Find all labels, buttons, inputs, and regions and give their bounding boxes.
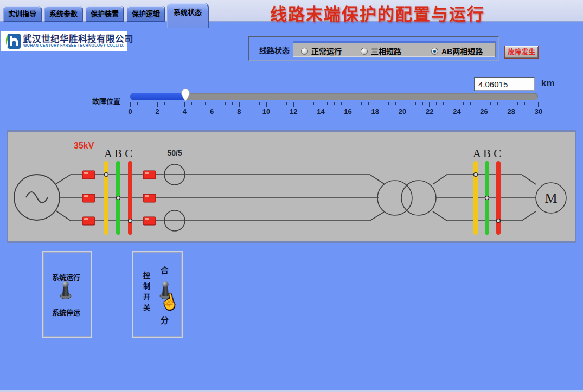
single-line-diagram: M 35kV A B C 50/5 A B C	[8, 132, 575, 241]
close-position-label: 合	[161, 264, 169, 275]
hand-cursor-icon: ☝	[158, 291, 180, 312]
phase-lines	[55, 175, 536, 221]
tab-protection-logic[interactable]: 保护逻辑	[127, 6, 165, 22]
radio-label: 正常运行	[311, 46, 342, 56]
farsee-logo-icon	[3, 33, 22, 50]
tab-system-status[interactable]: 系统状态	[167, 3, 208, 28]
line-status-label: 线路状态	[259, 44, 290, 55]
radio-ab-two-phase-short[interactable]: AB两相短路	[431, 46, 483, 56]
company-logo: 武汉世纪华胜科技有限公司 WUHAN CENTURY FARSEE TECHNO…	[1, 31, 127, 51]
radio-icon[interactable]	[361, 48, 368, 55]
system-run-switch-panel: 系统运行 系统停运	[42, 251, 92, 338]
tick-label: 4	[183, 107, 187, 115]
motor-label: M	[544, 190, 557, 206]
line-status-radio-panel: 正常运行 三相短路 AB两相短路	[293, 41, 496, 57]
radio-normal-operation[interactable]: 正常运行	[301, 46, 342, 56]
distance-unit-label: km	[541, 78, 555, 89]
tick-label: 28	[508, 107, 515, 115]
load-bus-label: A B C	[473, 147, 502, 160]
company-name-en: WUHAN CENTURY FARSEE TECHNOLOGY CO.,LTD.	[23, 43, 124, 47]
tick-label: 30	[535, 107, 542, 115]
fault-position-label: 故障位置	[92, 95, 120, 106]
page-title: 线路末端保护的配置与运行	[270, 1, 485, 25]
slider-tick-labels: 0 2 4 6 8 10 12 14 16 18 20 22 24 26 28 …	[130, 107, 539, 116]
radio-icon[interactable]	[301, 48, 308, 55]
slider-thumb[interactable]	[181, 88, 190, 102]
bottom-edge-strip	[0, 390, 583, 392]
tick-label: 26	[480, 107, 488, 115]
slider-fill	[130, 93, 185, 100]
tick-label: 0	[128, 107, 132, 115]
tick-label: 22	[426, 107, 433, 115]
source-bus-label: A B C	[104, 147, 133, 160]
tick-label: 8	[237, 107, 241, 115]
transformer-symbol	[377, 181, 436, 215]
control-switch-label: 控制开关	[141, 272, 151, 315]
tab-system-params[interactable]: 系统参数	[44, 6, 82, 22]
system-stop-label: 系统停运	[52, 307, 80, 317]
radio-three-phase-short[interactable]: 三相短路	[361, 46, 401, 56]
open-position-label: 分	[161, 314, 169, 325]
fault-occur-button[interactable]: 故障发生	[504, 46, 539, 59]
tick-label: 2	[156, 107, 159, 115]
tick-label: 24	[453, 107, 460, 115]
control-switch-panel: 控制开关 合 ☝ 分	[132, 251, 183, 338]
generator-symbol	[14, 175, 60, 220]
radio-label: 三相短路	[371, 46, 401, 56]
tab-protection-device[interactable]: 保护装置	[86, 6, 124, 22]
tick-label: 12	[290, 107, 297, 115]
tab-training-guide[interactable]: 实训指导	[3, 6, 41, 22]
fault-distance-input[interactable]	[474, 77, 535, 91]
tick-label: 20	[399, 107, 406, 115]
tick-label: 14	[317, 107, 324, 115]
tick-label: 10	[262, 107, 270, 115]
system-switch-knob[interactable]	[59, 279, 72, 300]
tick-label: 16	[344, 107, 351, 115]
major-ticks	[130, 102, 539, 107]
line-status-groupbox: 线路状态 正常运行 三相短路 AB两相短路	[248, 36, 499, 61]
tick-label: 6	[210, 107, 214, 115]
circuit-diagram-panel: M 35kV A B C 50/5 A B C	[7, 130, 576, 243]
slider-ruler	[130, 102, 539, 107]
fault-position-slider-track[interactable]	[130, 93, 538, 100]
tick-label: 18	[371, 107, 379, 115]
tab-strip: 实训指导 系统参数 保护装置 保护逻辑 系统状态 线路末端保护的配置与运行	[0, 0, 583, 22]
voltage-label: 35kV	[74, 141, 94, 150]
ct-ratio-label: 50/5	[167, 149, 182, 157]
radio-label: AB两相短路	[441, 46, 483, 56]
motor-symbol: M	[536, 183, 566, 213]
radio-icon[interactable]	[431, 48, 438, 55]
